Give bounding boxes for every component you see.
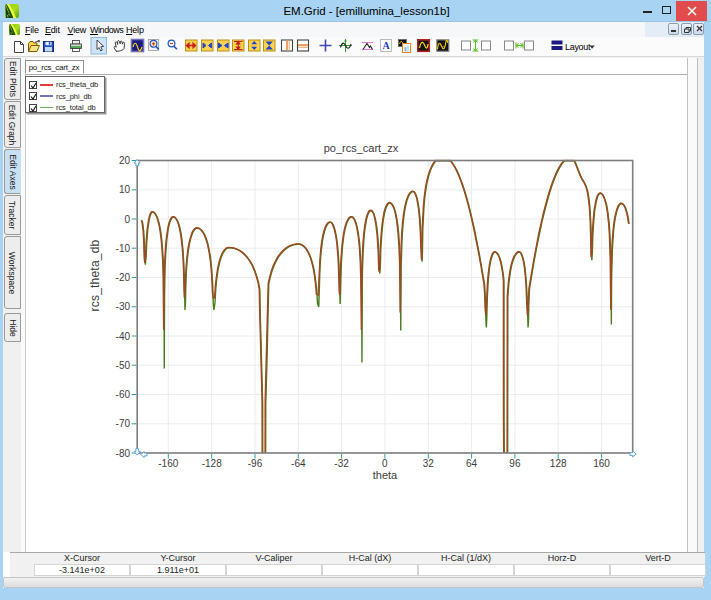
svg-text:20: 20 — [119, 155, 131, 166]
svg-text:0: 0 — [124, 214, 130, 225]
svg-text:-32: -32 — [334, 458, 349, 469]
svg-text:-128: -128 — [202, 458, 222, 469]
svg-text:-160: -160 — [158, 458, 178, 469]
svg-text:10: 10 — [119, 184, 131, 195]
svg-text:-96: -96 — [248, 458, 263, 469]
svg-text:-70: -70 — [116, 418, 131, 429]
svg-text:160: 160 — [593, 458, 610, 469]
svg-text:64: 64 — [466, 458, 478, 469]
svg-text:po_rcs_cart_zx: po_rcs_cart_zx — [324, 142, 399, 154]
svg-text:96: 96 — [509, 458, 521, 469]
svg-text:-30: -30 — [116, 301, 131, 312]
svg-text:-10: -10 — [116, 243, 131, 254]
svg-text:-80: -80 — [116, 448, 131, 459]
svg-text:-64: -64 — [291, 458, 306, 469]
svg-text:0: 0 — [382, 458, 388, 469]
svg-text:Layout: Layout — [565, 42, 591, 52]
svg-text:A: A — [382, 40, 390, 51]
svg-text:128: 128 — [550, 458, 567, 469]
svg-text:-40: -40 — [116, 331, 131, 342]
svg-text:-20: -20 — [116, 272, 131, 283]
svg-text:32: 32 — [423, 458, 435, 469]
svg-text:-60: -60 — [116, 389, 131, 400]
svg-text:-50: -50 — [116, 360, 131, 371]
svg-text:theta: theta — [373, 469, 398, 481]
svg-text:rcs_theta_db: rcs_theta_db — [88, 239, 102, 311]
